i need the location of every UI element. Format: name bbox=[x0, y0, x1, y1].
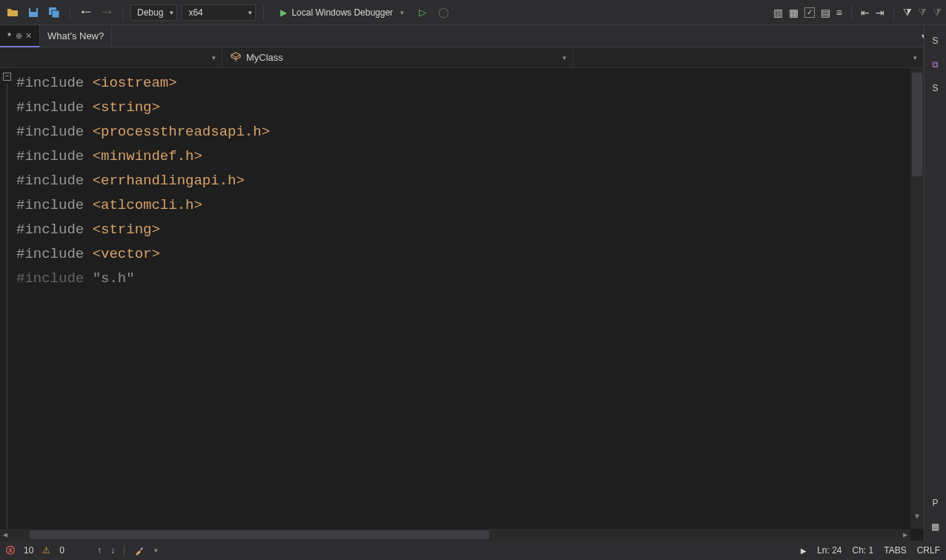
pin-icon[interactable]: ⊕ bbox=[16, 31, 22, 41]
code-line[interactable]: #include <processthreadsapi.h> bbox=[16, 120, 924, 144]
window-icon[interactable]: ▤ bbox=[821, 7, 830, 19]
toolbox-icon[interactable]: ▥ bbox=[773, 7, 783, 19]
cleanup-icon[interactable] bbox=[133, 544, 145, 556]
stop-icon[interactable]: ◯ bbox=[435, 4, 452, 21]
toolbar-right-group: ▥ ▦ ✓ ▤ ≡ ⇤ ⇥ ⧩ ⧩ ⧩ bbox=[773, 5, 942, 20]
cleanup-chevron-icon[interactable]: ▾ bbox=[154, 547, 158, 554]
horizontal-scroll-thumb[interactable] bbox=[30, 530, 489, 539]
line-number-status[interactable]: Ln: 24 bbox=[817, 545, 841, 556]
scroll-right-arrow[interactable]: ▶ bbox=[900, 529, 910, 541]
code-line[interactable]: #include <minwindef.h> bbox=[16, 144, 924, 169]
error-count[interactable]: 10 bbox=[24, 545, 33, 556]
close-icon[interactable]: ✕ bbox=[25, 31, 32, 41]
error-icon[interactable]: ⓧ bbox=[6, 544, 15, 557]
platform-value: x64 bbox=[188, 7, 202, 18]
scroll-left-arrow[interactable]: ◀ bbox=[0, 529, 10, 541]
code-lines: #include <iostream>#include <string>#inc… bbox=[0, 71, 924, 291]
line-ending-status[interactable]: CRLF bbox=[917, 545, 940, 556]
outdent-icon[interactable]: ⇤ bbox=[861, 7, 870, 19]
solution-config-value: Debug bbox=[137, 7, 163, 18]
indent-mode-status[interactable]: TABS bbox=[884, 545, 906, 556]
svg-rect-1 bbox=[30, 8, 36, 12]
nav-forward-icon[interactable]: ⭢ bbox=[99, 4, 115, 21]
code-line[interactable]: #include <iostream> bbox=[16, 71, 924, 96]
type-scope-dropdown[interactable]: MyClass bbox=[222, 47, 573, 67]
bookmark-next-icon[interactable]: ⧩ bbox=[933, 6, 942, 19]
code-line[interactable]: #include <errhandlingapi.h> bbox=[16, 169, 924, 193]
main-toolbar: ⭠ ⭢ Debug x64 ▶ Local Windows Debugger ▾… bbox=[0, 0, 946, 25]
open-file-icon[interactable] bbox=[4, 4, 21, 21]
layout-icon[interactable]: ▦ bbox=[789, 7, 798, 19]
type-scope-value: MyClass bbox=[246, 52, 283, 63]
solution-config-dropdown[interactable]: Debug bbox=[130, 4, 177, 21]
scroll-indicator-icon[interactable]: ▶ bbox=[801, 547, 807, 555]
side-rail-item-2[interactable]: P bbox=[932, 498, 938, 508]
warning-icon[interactable]: ⚠ bbox=[42, 545, 50, 556]
status-bar: ⓧ 10 ⚠ 0 ↑ ↓ ▾ ▶ Ln: 24 Ch: 1 TABS CRLF bbox=[0, 541, 946, 560]
nav-back-icon[interactable]: ⭠ bbox=[78, 4, 94, 21]
side-rail-vs-icon[interactable]: ⧉ bbox=[932, 59, 939, 70]
class-icon bbox=[230, 52, 242, 64]
play-icon: ▶ bbox=[280, 7, 287, 18]
code-line[interactable]: #include <string> bbox=[16, 96, 924, 120]
indent2-icon[interactable]: ⇥ bbox=[876, 7, 884, 19]
fold-guide-line bbox=[7, 83, 7, 541]
code-navigation-bar: MyClass bbox=[0, 47, 946, 68]
side-rail-grid-icon[interactable]: ▦ bbox=[931, 521, 939, 532]
save-all-icon[interactable] bbox=[46, 4, 62, 21]
code-line[interactable]: #include <vector> bbox=[16, 242, 924, 267]
side-rail: S ⧉ S P ▦ bbox=[924, 25, 946, 541]
code-line[interactable]: #include <atlcomcli.h> bbox=[16, 193, 924, 218]
debugger-label: Local Windows Debugger bbox=[291, 7, 393, 18]
column-number-status[interactable]: Ch: 1 bbox=[853, 545, 874, 556]
side-rail-item-1[interactable]: S bbox=[932, 83, 938, 93]
member-scope-dropdown[interactable] bbox=[573, 47, 924, 67]
bookmark-prev-icon[interactable]: ⧩ bbox=[918, 6, 927, 19]
svg-rect-3 bbox=[52, 10, 59, 18]
active-file-tab[interactable]: * ⊕ ✕ bbox=[0, 25, 40, 47]
platform-dropdown[interactable]: x64 bbox=[182, 4, 256, 21]
code-line[interactable]: #include "s.h" bbox=[16, 267, 924, 291]
chevron-down-icon: ▾ bbox=[400, 9, 404, 16]
whats-new-label: What's New? bbox=[47, 30, 104, 41]
save-icon[interactable] bbox=[25, 4, 42, 21]
nav-down-icon[interactable]: ↓ bbox=[110, 545, 115, 556]
code-line[interactable]: #include <string> bbox=[16, 218, 924, 242]
whats-new-tab[interactable]: What's New? bbox=[40, 25, 112, 47]
editor-area: − #include <iostream>#include <string>#i… bbox=[0, 68, 924, 541]
start-debugging-button[interactable]: ▶ Local Windows Debugger ▾ bbox=[271, 4, 410, 21]
bookmark-icon[interactable]: ⧩ bbox=[903, 6, 912, 19]
folding-gutter: − bbox=[0, 68, 13, 541]
document-tab-bar: * ⊕ ✕ What's New? ▾ ⚙ bbox=[0, 25, 946, 47]
modified-indicator: * bbox=[7, 30, 11, 41]
toggle-icon[interactable]: ✓ bbox=[804, 7, 815, 18]
start-without-debug-icon[interactable]: ▷ bbox=[414, 4, 431, 21]
project-scope-dropdown[interactable] bbox=[0, 47, 222, 67]
horizontal-scrollbar[interactable]: ◀ ▶ bbox=[0, 529, 910, 541]
status-bar-right: ▶ Ln: 24 Ch: 1 TABS CRLF bbox=[801, 545, 940, 556]
tab-pin-close: ⊕ ✕ bbox=[16, 31, 32, 41]
side-rail-item-0[interactable]: S bbox=[932, 36, 938, 46]
fold-collapse-icon[interactable]: − bbox=[3, 73, 11, 81]
code-editor[interactable]: − #include <iostream>#include <string>#i… bbox=[0, 68, 924, 541]
nav-up-icon[interactable]: ↑ bbox=[97, 545, 102, 556]
indent-icon[interactable]: ≡ bbox=[836, 7, 842, 19]
warning-count[interactable]: 0 bbox=[59, 545, 64, 556]
